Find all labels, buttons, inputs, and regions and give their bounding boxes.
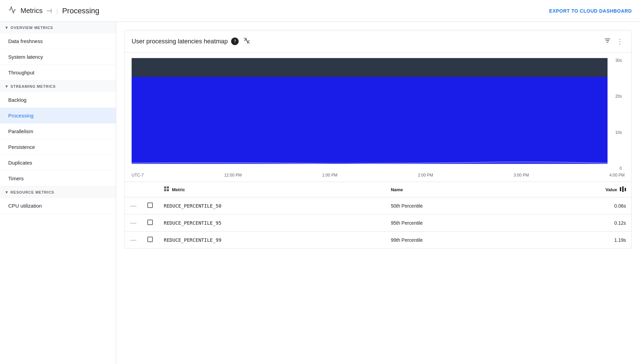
more-options-button[interactable]: ⋮ <box>615 36 625 47</box>
sidebar-item-processing[interactable]: Processing <box>0 108 116 124</box>
filter-button[interactable] <box>603 36 612 47</box>
y-label-10s: 10s <box>615 130 622 135</box>
row1-name: 50th Percentile <box>385 197 527 214</box>
metric-col-label: Metric <box>172 187 185 192</box>
row1-checkbox[interactable] <box>142 197 158 214</box>
x-label-4pm: 4:00 PM <box>609 173 625 178</box>
bars-icon <box>620 186 626 193</box>
row3-metric: REDUCE_PERCENTILE_99 <box>158 232 385 249</box>
y-axis: 30s 20s 10s 0 <box>608 58 625 171</box>
sidebar-item-parallelism[interactable]: Parallelism <box>0 124 116 139</box>
chevron-down-icon-2: ▾ <box>5 84 8 89</box>
table-header-row: Metric Name Value <box>125 182 631 197</box>
chevron-down-icon: ▾ <box>5 25 8 30</box>
sidebar-item-duplicates[interactable]: Duplicates <box>0 155 116 171</box>
row1-value: 0.06s <box>527 197 631 214</box>
top-header: Metrics ⊣ | Processing EXPORT TO CLOUD D… <box>0 0 640 22</box>
row2-metric: REDUCE_PERCENTILE_95 <box>158 214 385 232</box>
sidebar-item-timers[interactable]: Timers <box>0 171 116 186</box>
th-metric: Metric <box>158 182 385 197</box>
sidebar-item-system-latency[interactable]: System latency <box>0 49 116 65</box>
x-label-1pm: 1:00 PM <box>322 173 337 178</box>
card-title-row: User processing latencies heatmap ? <box>132 36 252 47</box>
svg-rect-4 <box>132 58 608 77</box>
sidebar-item-cpu-utilization[interactable]: CPU utilization <box>0 198 116 214</box>
streaming-section-label: STREAMING METRICS <box>11 84 56 88</box>
table-row: — REDUCE_PERCENTILE_99 99th Percentile 1… <box>125 232 631 249</box>
table-row: — REDUCE_PERCENTILE_50 50th Percentile 0… <box>125 197 631 214</box>
row3-checkbox[interactable] <box>142 232 158 249</box>
sidebar-item-data-freshness[interactable]: Data freshness <box>0 33 116 49</box>
th-name: Name <box>385 182 527 197</box>
header-left: Metrics ⊣ | Processing <box>8 6 99 16</box>
main-layout: ▾ OVERVIEW METRICS Data freshness System… <box>0 22 640 364</box>
sidebar-section-resource[interactable]: ▾ RESOURCE METRICS <box>0 186 116 198</box>
svg-rect-5 <box>132 77 608 164</box>
row3-name: 99th Percentile <box>385 232 527 249</box>
card-header: User processing latencies heatmap ? <box>125 30 631 53</box>
row2-dash: — <box>125 214 142 232</box>
sidebar-section-streaming[interactable]: ▾ STREAMING METRICS <box>0 81 116 92</box>
app-icon <box>8 6 16 16</box>
content-area: User processing latencies heatmap ? <box>116 22 640 364</box>
chart-wrapper: 30s 20s 10s 0 <box>132 58 625 171</box>
export-button[interactable]: EXPORT TO CLOUD DASHBOARD <box>549 8 632 14</box>
th-value: Value <box>527 182 631 197</box>
heatmap-card: User processing latencies heatmap ? <box>124 30 632 249</box>
sidebar-item-persistence[interactable]: Persistence <box>0 139 116 155</box>
collapse-button[interactable]: ⊣ <box>46 7 52 15</box>
y-label-0: 0 <box>619 166 622 171</box>
grid-icon <box>164 186 169 193</box>
svg-rect-11 <box>620 187 621 191</box>
row1-metric: REDUCE_PERCENTILE_50 <box>158 197 385 214</box>
svg-rect-12 <box>622 186 624 192</box>
svg-rect-13 <box>625 188 626 191</box>
x-label-12pm: 12:00 PM <box>224 173 242 178</box>
overview-section-label: OVERVIEW METRICS <box>11 26 53 30</box>
svg-rect-9 <box>164 189 166 191</box>
sidebar: ▾ OVERVIEW METRICS Data freshness System… <box>0 22 116 364</box>
heatmap-chart-container: 30s 20s 10s 0 UTC-7 12:00 PM 1:00 PM 2:0… <box>125 53 631 182</box>
row3-dash: — <box>125 232 142 249</box>
svg-rect-8 <box>167 186 169 188</box>
sidebar-item-backlog[interactable]: Backlog <box>0 92 116 108</box>
sidebar-section-overview[interactable]: ▾ OVERVIEW METRICS <box>0 22 116 33</box>
chart-area <box>132 58 608 171</box>
heatmap-svg <box>132 58 608 171</box>
x-label-2pm: 2:00 PM <box>418 173 433 178</box>
value-col-label: Value <box>605 187 617 192</box>
page-title: Processing <box>62 6 99 15</box>
y-label-30s: 30s <box>615 58 622 63</box>
x-axis: UTC-7 12:00 PM 1:00 PM 2:00 PM 3:00 PM 4… <box>132 171 625 182</box>
row2-checkbox[interactable] <box>142 214 158 232</box>
table-row: — REDUCE_PERCENTILE_95 95th Percentile 0… <box>125 214 631 232</box>
chevron-down-icon-3: ▾ <box>5 190 8 195</box>
x-label-utc: UTC-7 <box>132 173 144 178</box>
svg-rect-7 <box>164 186 166 188</box>
th-dash <box>125 182 142 197</box>
svg-rect-10 <box>167 189 169 191</box>
resource-section-label: RESOURCE METRICS <box>11 190 54 194</box>
y-label-20s: 20s <box>615 94 622 99</box>
metrics-table: Metric Name Value <box>125 182 631 248</box>
app-title: Metrics <box>21 7 42 15</box>
row2-value: 0.12s <box>527 214 631 232</box>
card-title: User processing latencies heatmap <box>132 38 228 45</box>
no-chart-icon-button[interactable] <box>242 36 252 47</box>
sidebar-item-throughput[interactable]: Throughput <box>0 65 116 81</box>
divider: | <box>56 7 58 15</box>
row2-name: 95th Percentile <box>385 214 527 232</box>
row3-value: 1.19s <box>527 232 631 249</box>
row1-dash: — <box>125 197 142 214</box>
help-button[interactable]: ? <box>231 38 239 45</box>
x-label-3pm: 3:00 PM <box>514 173 529 178</box>
th-checkbox <box>142 182 158 197</box>
card-actions: ⋮ <box>603 36 625 47</box>
